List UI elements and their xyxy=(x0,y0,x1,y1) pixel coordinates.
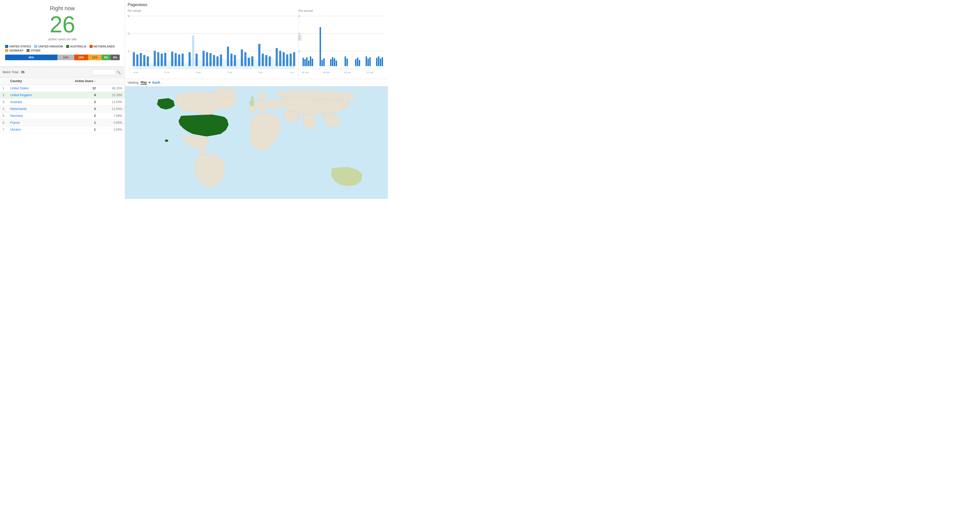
svg-rect-38 xyxy=(262,54,264,66)
cell-rank: 2. xyxy=(0,92,8,99)
col-rank xyxy=(0,78,8,85)
search-input[interactable] xyxy=(92,70,115,75)
col-percent-header xyxy=(98,78,125,85)
svg-rect-62 xyxy=(306,57,307,66)
per-second-svg: 6 4 2 xyxy=(299,13,385,75)
svg-rect-83 xyxy=(380,59,381,66)
cell-rank: 5. xyxy=(0,113,8,119)
svg-rect-16 xyxy=(164,53,166,66)
per-minute-svg: 30 20 10 xyxy=(127,13,298,75)
legend-label-de: GERMANY xyxy=(9,49,24,52)
table-body: 1. United States 12 46.15% 2. United Kin… xyxy=(0,85,125,133)
table-section: Metric Total: 26 🔍 Country Active Users … xyxy=(0,67,125,199)
cell-country[interactable]: France xyxy=(8,119,54,126)
svg-rect-34 xyxy=(244,52,246,66)
svg-text:-16 min: -16 min xyxy=(196,71,201,74)
chart-expand-button[interactable]: › xyxy=(298,35,301,41)
legend-dot-uk xyxy=(34,45,37,48)
svg-rect-32 xyxy=(234,55,236,66)
progress-nl: 12% xyxy=(74,55,88,60)
active-users-label: active users on site xyxy=(3,37,122,41)
map-section xyxy=(125,86,388,199)
cell-users: 12 xyxy=(54,85,98,92)
legend-item-us: UNITED STATES xyxy=(5,45,31,48)
search-button[interactable]: 🔍 xyxy=(115,70,122,75)
svg-text:-21 min: -21 min xyxy=(164,71,169,74)
pageviews-section: Pageviews Per minute 30 xyxy=(125,0,388,79)
progress-uk: 15% xyxy=(57,55,75,60)
svg-text:20: 20 xyxy=(127,32,130,35)
svg-rect-20 xyxy=(182,54,184,66)
svg-rect-78 xyxy=(366,56,367,66)
svg-text:-1 min: -1 min xyxy=(290,71,294,74)
cell-country[interactable]: Germany xyxy=(8,113,54,119)
svg-rect-26 xyxy=(210,53,212,66)
world-map-svg xyxy=(125,86,388,199)
country-table: Country Active Users ↓ 1. United States … xyxy=(0,78,125,133)
svg-rect-41 xyxy=(275,48,278,66)
cell-rank: 7. xyxy=(0,126,8,133)
cell-country[interactable]: United Kingdom xyxy=(8,92,54,99)
table-row: 6. France 1 3.85% xyxy=(0,119,125,126)
cell-users: 1 xyxy=(54,119,98,126)
legend-dot-au xyxy=(66,45,69,48)
progress-au: 8% xyxy=(102,55,111,60)
table-row: 3. Australia 3 11.54% xyxy=(0,99,125,106)
svg-text:2: 2 xyxy=(299,49,300,52)
svg-rect-63 xyxy=(308,60,309,66)
svg-text:-11 min: -11 min xyxy=(227,71,232,74)
legend-label-other: OTHER xyxy=(30,49,41,52)
svg-rect-69 xyxy=(330,59,331,66)
svg-rect-21 xyxy=(189,52,191,66)
table-row: 7. Ukraine 1 3.85% xyxy=(0,126,125,133)
per-second-chart: Per second 6 4 2 xyxy=(299,9,385,79)
svg-rect-12 xyxy=(147,56,149,66)
svg-rect-23 xyxy=(196,54,197,66)
search-box[interactable]: 🔍 xyxy=(92,69,122,75)
table-header: Country Active Users ↓ xyxy=(0,78,125,85)
svg-rect-24 xyxy=(203,51,205,66)
legend-dot-us xyxy=(5,45,8,48)
svg-rect-66 xyxy=(320,27,321,66)
cell-country[interactable]: Ukraine xyxy=(8,126,54,133)
svg-rect-74 xyxy=(347,59,348,66)
earth-link[interactable]: Earth xyxy=(152,81,160,84)
svg-rect-42 xyxy=(279,51,281,66)
legend-item-au: AUSTRALIA xyxy=(66,45,86,48)
svg-text:-45 sec: -45 sec xyxy=(322,71,330,73)
cell-country[interactable]: Netherlands xyxy=(8,106,54,113)
col-country-header: Country xyxy=(8,78,54,85)
cell-users: 1 xyxy=(54,126,98,133)
svg-rect-79 xyxy=(368,59,369,66)
cell-rank: 1. xyxy=(0,85,8,92)
svg-rect-11 xyxy=(143,55,145,66)
svg-rect-35 xyxy=(248,58,250,66)
legend-item-other: OTHER xyxy=(27,49,41,52)
progress-bar: 46% 15% 12% 12% 8% 8% xyxy=(5,55,120,60)
per-second-label: Per second xyxy=(299,9,385,12)
table-header-row: Metric Total: 26 🔍 xyxy=(0,67,125,78)
map-link[interactable]: Map xyxy=(141,81,147,85)
svg-rect-17 xyxy=(171,52,173,66)
metric-total-value: 26 xyxy=(21,70,24,74)
svg-text:-60 sec: -60 sec xyxy=(301,71,309,73)
svg-text:6: 6 xyxy=(299,14,300,17)
svg-rect-33 xyxy=(241,49,243,66)
legend-item-nl: NETHERLANDS xyxy=(89,45,115,48)
svg-rect-10 xyxy=(140,53,142,66)
svg-rect-9 xyxy=(136,54,138,66)
legend-dot-other xyxy=(27,49,30,52)
svg-rect-18 xyxy=(175,53,177,66)
svg-rect-15 xyxy=(161,54,163,66)
cell-country[interactable]: United States xyxy=(8,85,54,92)
svg-rect-8 xyxy=(133,52,135,66)
legend-label-uk: UNITED KINGDOM xyxy=(38,45,63,48)
table-row: 2. United Kingdom 4 15.38% xyxy=(0,92,125,99)
cell-rank: 6. xyxy=(0,119,8,126)
legend-label-au: AUSTRALIA xyxy=(70,45,86,48)
cell-percent: 46.15% xyxy=(98,85,125,92)
svg-rect-25 xyxy=(206,52,208,66)
svg-text:-15 sec: -15 sec xyxy=(366,71,374,73)
svg-rect-81 xyxy=(376,58,377,66)
cell-country[interactable]: Australia xyxy=(8,99,54,106)
